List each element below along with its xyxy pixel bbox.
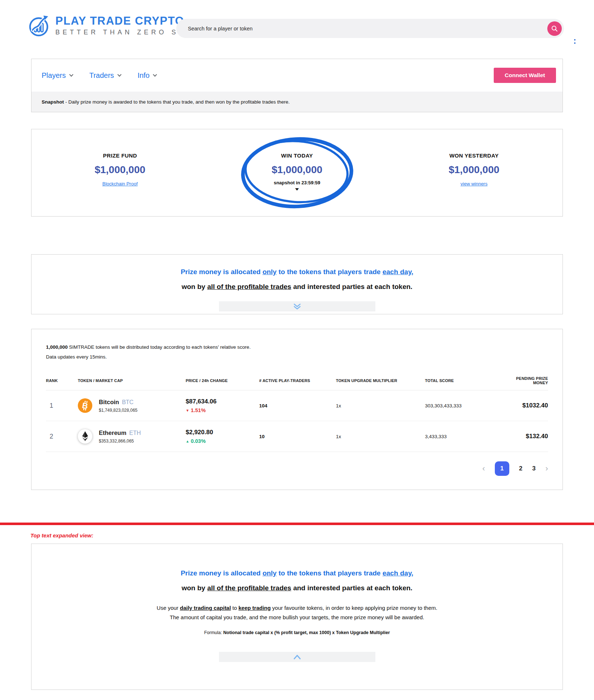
caret-down-icon[interactable]: ▼ xyxy=(294,187,300,191)
snapshot-banner-text: - Daily prize money is awarded to the to… xyxy=(66,99,290,105)
ethereum-icon xyxy=(78,429,92,444)
won-yesterday-amount: $1,000,000 xyxy=(386,164,563,176)
rank-value: 1 xyxy=(46,402,78,410)
chevron-down-icon xyxy=(69,72,73,76)
nav-info-label: Info xyxy=(138,71,149,80)
col-header-pending: PENDING PRIZE MONEY xyxy=(503,376,548,385)
statement-underline: all of the profitable trades xyxy=(207,283,291,290)
statement-underline: only xyxy=(262,569,277,577)
nav-traders-label: Traders xyxy=(89,71,114,80)
table-row[interactable]: 2 EthereumETH $353,332,866,065 xyxy=(46,421,548,452)
active-traders-value: 10 xyxy=(259,434,336,439)
won-yesterday-label: WON YESTERDAY xyxy=(386,152,563,159)
token-market-cap: $353,332,866,065 xyxy=(99,439,141,444)
nav-row: Players Traders Info Connect Wallet xyxy=(31,59,563,92)
expand-toggle[interactable] xyxy=(219,301,375,311)
view-winners-link[interactable]: view winners xyxy=(460,181,487,186)
search-button[interactable] xyxy=(547,21,562,36)
col-header-score: TOTAL SCORE xyxy=(425,378,503,383)
body-text: your favourite tokens, in order to keep … xyxy=(271,605,437,611)
active-traders-value: 104 xyxy=(259,403,336,408)
search-input[interactable] xyxy=(176,19,547,38)
token-name-row: EthereumETH xyxy=(99,429,141,436)
logo-icon xyxy=(27,14,50,37)
token-symbol: BTC xyxy=(122,399,134,405)
pending-prize-value: $1032.40 xyxy=(503,402,548,409)
multiplier-value: 1x xyxy=(336,403,425,408)
prize-fund-column: PRIZE FUND $1,000,000 Blockchain Proof xyxy=(31,129,208,216)
expanded-section-label: Top text expanded view: xyxy=(30,532,594,538)
statement-text: and interested parties at each token. xyxy=(291,283,413,290)
token-price: $87,634.06 xyxy=(186,398,259,405)
statement-text: , xyxy=(412,569,413,577)
chevron-down-icon xyxy=(153,72,157,76)
token-table-box: 1,000,000 SIMTRADE tokens will be distri… xyxy=(31,329,563,490)
statement-text: Prize money is allocated xyxy=(181,268,262,276)
statement-line-1: Prize money is allocated only to the tok… xyxy=(31,566,563,580)
prize-fund-label: PRIZE FUND xyxy=(31,152,208,159)
price-cell: $2,920.80 ▲ 0.03% xyxy=(186,429,259,444)
arrow-down-icon: ▼ xyxy=(186,408,189,412)
blockchain-proof-link[interactable]: Blockchain Proof xyxy=(102,181,138,186)
connect-wallet-button[interactable]: Connect Wallet xyxy=(494,68,556,83)
bitcoin-icon: B xyxy=(78,398,92,413)
formula-line: Formula: Notional trade capital x (% pro… xyxy=(31,630,563,635)
red-divider xyxy=(0,523,594,525)
page: PLAY TRADE CRYPTO BETTER THAN ZERO SUM P… xyxy=(0,0,594,700)
token-name: Bitcoin xyxy=(99,399,119,405)
statement-underline: each day xyxy=(383,268,412,276)
price-cell: $87,634.06 ▼ 1.51% xyxy=(186,398,259,413)
statement-text: won by xyxy=(182,584,207,592)
logo-text: PLAY TRADE CRYPTO BETTER THAN ZERO SUM xyxy=(55,14,195,36)
table-row[interactable]: 1 B BitcoinBTC xyxy=(46,390,548,421)
token-name: Ethereum xyxy=(99,429,126,436)
pending-prize-value: $132.40 xyxy=(503,433,548,440)
statement-text: to the tokens that players trade xyxy=(277,569,382,577)
nav-item-players[interactable]: Players xyxy=(42,71,73,80)
body-text: Use your xyxy=(157,605,180,611)
token-cell: EthereumETH $353,332,866,065 xyxy=(78,429,186,444)
token-info: EthereumETH $353,332,866,065 xyxy=(99,429,141,444)
col-header-active-traders: # ACTIVE PLAY-TRADERS xyxy=(259,378,336,383)
statement-box: Prize money is allocated only to the tok… xyxy=(31,254,563,314)
nav-item-traders[interactable]: Traders xyxy=(89,71,121,80)
token-cell: B BitcoinBTC $1,749,823,028,065 xyxy=(78,398,186,413)
change-percent: 1.51% xyxy=(191,407,206,413)
pagination-page-1[interactable]: 1 xyxy=(495,461,509,476)
token-price: $2,920.80 xyxy=(186,429,259,436)
body-text: to xyxy=(231,605,239,611)
statement-underline: only xyxy=(262,268,277,276)
arrow-up-icon: ▲ xyxy=(186,439,189,443)
win-today-label: WIN TODAY xyxy=(208,152,386,159)
search-icon xyxy=(551,25,559,33)
col-header-rank: RANK xyxy=(46,378,78,383)
token-name-row: BitcoinBTC xyxy=(99,399,138,406)
collapse-toggle[interactable] xyxy=(219,652,375,662)
token-symbol: ETH xyxy=(129,430,141,436)
overflow-dots-icon xyxy=(574,39,576,44)
statement-text: won by xyxy=(182,283,207,290)
nav-item-info[interactable]: Info xyxy=(138,71,156,80)
logo[interactable]: PLAY TRADE CRYPTO BETTER THAN ZERO SUM xyxy=(27,14,195,37)
prize-box: PRIZE FUND $1,000,000 Blockchain Proof W… xyxy=(31,129,563,217)
logo-title: PLAY TRADE CRYPTO xyxy=(55,14,195,28)
win-today-amount: $1,000,000 xyxy=(208,164,386,176)
price-change: ▼ 1.51% xyxy=(186,407,259,413)
token-market-cap: $1,749,823,028,065 xyxy=(99,408,138,413)
snapshot-banner-title: Snapshot xyxy=(42,99,64,105)
total-score-value: 3,433,333 xyxy=(425,434,503,439)
win-today-column: WIN TODAY $1,000,000 snapshot in 23:59:5… xyxy=(208,129,386,216)
col-header-price: PRICE / 24h CHANGE xyxy=(186,378,259,383)
body-underline: keep trading xyxy=(239,605,271,611)
statement-line-2: won by all of the profitable trades and … xyxy=(31,580,563,595)
rank-value: 2 xyxy=(46,433,78,440)
nav-players-label: Players xyxy=(42,71,66,80)
col-header-multiplier: TOKEN UPGRADE MULTIPLIER xyxy=(336,378,425,383)
pagination-next-icon[interactable]: › xyxy=(545,465,548,473)
statement-underline: all of the profitable trades xyxy=(207,584,291,592)
pagination-page-3[interactable]: 3 xyxy=(532,465,535,472)
pagination-page-2[interactable]: 2 xyxy=(519,465,522,472)
statement-line-2: won by all of the profitable trades and … xyxy=(31,279,563,294)
table-intro-line-2: Data updates every 15mins. xyxy=(46,352,548,362)
pagination-prev-icon[interactable]: ‹ xyxy=(482,465,485,473)
